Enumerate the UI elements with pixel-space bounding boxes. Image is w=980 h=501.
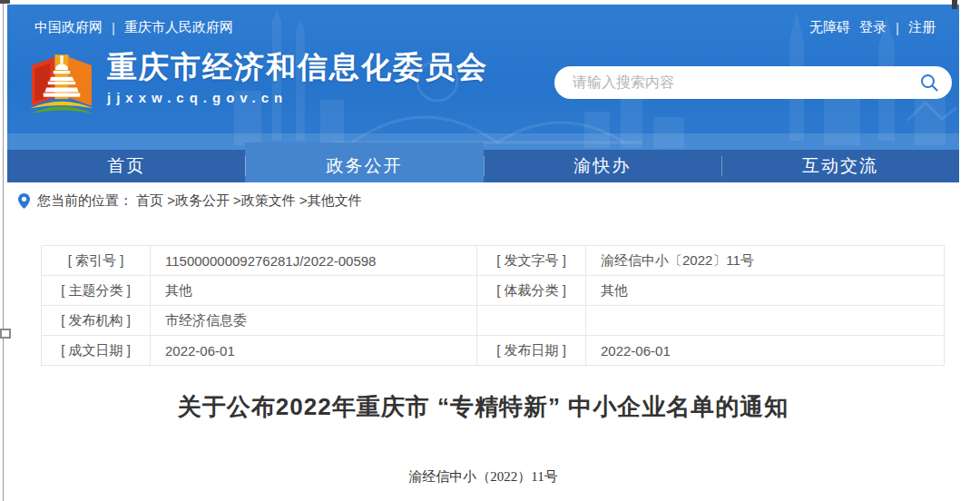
scan-edge-line [3,0,4,501]
search-box [554,66,952,99]
meta-value-topic-class: 其他 [151,276,477,306]
brand-text: 重庆市经济和信息化委员会 jjxxw.cq.gov.cn [107,49,488,105]
utility-bar: 中国政府网 | 重庆市人民政府网 无障碍 登录 | 注册 [7,5,959,36]
scan-corner-mark-right [952,0,957,9]
main-nav: 首页 政务公开 渝快办 互动交流 [7,150,959,182]
search-input[interactable] [571,74,919,92]
site-domain: jjxxw.cq.gov.cn [107,90,488,105]
location-pin-icon [18,193,30,209]
login-link[interactable]: 登录 [859,19,887,36]
breadcrumb-prefix: 您当前的位置： [37,192,132,210]
nav-yukuaiban[interactable]: 渝快办 [484,150,721,182]
meta-value-genre-class: 其他 [586,276,945,306]
selection-handle [0,329,11,339]
table-row: [ 成文日期 ] 2022-06-01 [ 发布日期 ] 2022-06-01 [42,336,945,366]
nav-interaction[interactable]: 互动交流 [721,150,959,182]
account-links: 无障碍 登录 | 注册 [809,19,936,36]
meta-label-topic-class: [ 主题分类 ] [42,276,151,306]
header-bottom-band [7,133,959,150]
table-row: [ 索引号 ] 11500000009276281J/2022-00598 [ … [42,246,945,276]
meta-label-publisher: [ 发布机构 ] [42,306,151,336]
separator: | [896,20,899,35]
site-header: 中国政府网 | 重庆市人民政府网 无障碍 登录 | 注册 [7,5,959,150]
separator: | [112,20,115,35]
nav-government-affairs[interactable]: 政务公开 [245,150,483,182]
meta-value-doc-symbol: 渝经信中小〔2022〕11号 [586,246,945,276]
meta-label-genre-class: [ 体裁分类 ] [477,276,586,306]
meta-label-publish-date: [ 发布日期 ] [477,336,586,366]
meta-value-publish-date: 2022-06-01 [586,336,945,366]
site-title[interactable]: 重庆市经济和信息化委员会 [107,49,488,85]
breadcrumb: 您当前的位置： 首页 >政务公开 >政策文件 >其他文件 [7,182,959,219]
link-chongqing-gov[interactable]: 重庆市人民政府网 [124,19,233,36]
nav-home[interactable]: 首页 [7,150,245,182]
article-title: 关于公布2022年重庆市 “专精特新” 中小企业名单的通知 [7,388,959,425]
meta-value-written-date: 2022-06-01 [151,336,477,366]
meta-value-publisher: 市经济信息委 [151,306,477,336]
meta-label-written-date: [ 成文日期 ] [42,336,151,366]
register-link[interactable]: 注册 [908,19,936,36]
magnifier-icon [919,73,939,93]
meta-value-index-no: 11500000009276281J/2022-00598 [151,246,477,276]
site-logo-emblem-icon[interactable] [27,49,96,122]
meta-label-index-no: [ 索引号 ] [42,246,151,276]
link-china-gov[interactable]: 中国政府网 [34,19,103,36]
scan-corner-mark-left [0,0,10,4]
meta-label-doc-symbol: [ 发文字号 ] [477,246,586,276]
document-meta-table: [ 索引号 ] 11500000009276281J/2022-00598 [ … [41,245,945,366]
table-row: [ 主题分类 ] 其他 [ 体裁分类 ] 其他 [42,276,945,306]
article-doc-number: 渝经信中小（2022）11号 [7,468,959,486]
meta-value-empty [586,306,945,336]
accessibility-link[interactable]: 无障碍 [809,19,850,36]
table-row: [ 发布机构 ] 市经济信息委 [42,306,945,336]
page-container: 中国政府网 | 重庆市人民政府网 无障碍 登录 | 注册 [7,5,959,486]
breadcrumb-path[interactable]: 首页 >政务公开 >政策文件 >其他文件 [136,192,362,210]
gov-links: 中国政府网 | 重庆市人民政府网 [34,19,233,36]
search-button[interactable] [919,73,939,93]
meta-label-empty [477,306,586,336]
